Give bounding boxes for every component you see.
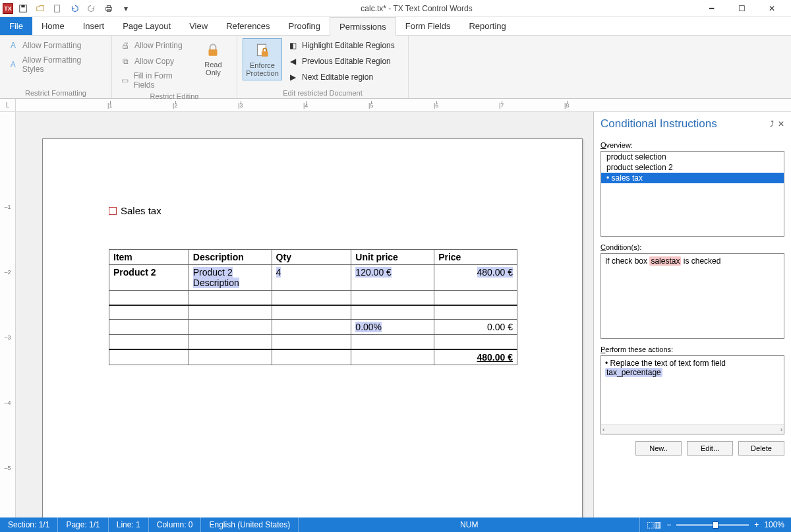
table-row [109,291,517,305]
status-column[interactable]: Column: 0 [149,517,202,532]
open-icon[interactable] [33,1,47,16]
enforce-protection-button[interactable]: Enforce Protection [243,38,282,80]
highlight-editable-button[interactable]: ◧Highlight Editable Regions [285,38,397,53]
allow-printing-label: Allow Printing [134,41,183,50]
checkbox-icon[interactable] [109,207,117,215]
allow-formatting-button[interactable]: AAllow Formatting [5,38,106,53]
list-item[interactable]: product selection 2 [601,162,784,173]
items-table: Item Description Qty Unit price Price Pr… [109,249,517,365]
close-button[interactable]: ✕ [761,1,783,16]
status-page[interactable]: Page: 1/1 [58,517,108,532]
tab-proofing[interactable]: Proofing [279,17,330,35]
conditions-box[interactable]: If check box salestax is checked [601,253,784,339]
tab-form-fields[interactable]: Form Fields [396,17,460,35]
cell-tax-pct: 0.00% [351,320,434,335]
text-a-icon: A [8,40,18,51]
conditions-label: Condition(s): [601,243,784,251]
redo-icon[interactable] [84,1,99,16]
document-lock-icon [253,42,272,60]
panel-close-icon[interactable]: ✕ [778,119,784,129]
tab-reporting[interactable]: Reporting [459,17,515,35]
svg-rect-6 [209,49,218,56]
allow-printing-button[interactable]: 🖨Allow Printing [117,38,192,53]
tab-permissions[interactable]: Permissions [330,17,396,36]
status-line[interactable]: Line: 1 [109,517,149,532]
col-qty: Qty [272,250,351,265]
condition-text: If check box salestax is checked [605,256,720,266]
read-only-button[interactable]: Read Only [195,38,231,79]
title-bar: TX ▾ calc.tx* - TX Text Control Words ━ … [0,0,791,17]
document-viewport[interactable]: Sales tax Item Description Qty Unit pric… [16,112,593,517]
table-row: Product 2 Product 2 Description 4 120.00… [109,265,517,291]
new-button[interactable]: NNew..ew.. [635,441,682,456]
zoom-control[interactable]: ⬚▥ − + 100% [640,520,791,529]
app-icon: TX [3,3,13,14]
table-row-total: 480.00 € [109,349,517,365]
list-item[interactable]: product selection [601,152,784,162]
zoom-slider[interactable] [676,524,749,526]
highlight-editable-label: Highlight Editable Regions [302,41,395,50]
save-icon[interactable] [16,1,30,16]
undo-icon[interactable] [67,1,82,16]
svg-rect-1 [21,5,24,7]
tab-view[interactable]: View [180,17,217,35]
table-header-row: Item Description Qty Unit price Price [109,250,517,265]
prev-region-button[interactable]: ◀Previous Editable Region [285,54,397,69]
overview-listbox[interactable]: product selection product selection 2 • … [601,151,784,237]
cell-total: 480.00 € [434,349,517,365]
table-row-tax: 0.00%0.00 € [109,320,517,335]
maximize-button[interactable]: ☐ [730,1,753,16]
sales-tax-label: Sales tax [121,205,161,216]
col-item: Item [109,250,189,265]
status-section[interactable]: Section: 1/1 [0,517,58,532]
printer-icon: 🖨 [120,40,131,51]
actions-hscrollbar[interactable]: ‹› [601,425,784,434]
pin-icon[interactable]: ⤴ [770,119,774,129]
fill-in-form-fields-button[interactable]: ▭Fill in Form Fields [117,70,192,91]
edit-button[interactable]: Edit... [687,441,733,456]
minimize-button[interactable]: ━ [700,1,722,16]
overview-label: Overview: [601,141,784,149]
zoom-out-icon[interactable]: − [666,520,671,529]
ribbon-body: AAllow Formatting AAllow Formatting Styl… [0,36,791,99]
cell-tax-amount: 0.00 € [434,320,517,335]
print-icon[interactable] [102,1,116,16]
tab-page-layout[interactable]: Page Layout [113,17,180,35]
prev-region-label: Previous Editable Region [302,57,391,66]
actions-label: Perform these actions: [601,345,784,353]
status-num[interactable]: NUM [299,517,640,532]
layout-view-icon[interactable]: ⬚▥ [647,520,661,529]
table-row [109,335,517,349]
col-price: Price [434,250,517,265]
table-row [109,305,517,320]
actions-box[interactable]: • Replace the text of text form field ta… [601,355,784,434]
tab-file[interactable]: File [0,17,32,35]
tab-home[interactable]: Home [32,17,74,35]
tab-references[interactable]: References [217,17,279,35]
form-icon: ▭ [120,75,129,86]
qat-dropdown-icon[interactable]: ▾ [119,1,133,16]
allow-copy-button[interactable]: ⧉Allow Copy [117,54,192,69]
col-description: Description [189,250,272,265]
svg-rect-8 [262,51,268,57]
delete-button[interactable]: Delete [738,441,784,456]
zoom-in-icon[interactable]: + [754,520,759,529]
cell-unit-price: 120.00 € [351,265,434,291]
vertical-ruler[interactable]: –1–2–3–4–5 [0,112,16,517]
status-language[interactable]: English (United States) [201,517,299,532]
window-title: calc.tx* - TX Text Control Words [133,4,700,13]
highlight-icon: ◧ [287,40,298,51]
document-page: Sales tax Item Description Qty Unit pric… [42,138,583,517]
horizontal-ruler[interactable]: L |1|2|3|4|5|6|7|8 [0,99,791,112]
sales-tax-checkbox-row: Sales tax [109,205,516,216]
zoom-value[interactable]: 100% [764,520,784,529]
ruler-corner: L [0,99,16,111]
tab-insert[interactable]: Insert [74,17,114,35]
list-item[interactable]: • sales tax [601,173,784,183]
new-icon[interactable] [50,1,65,16]
conditional-instructions-panel: Conditional Instructions ⤴ ✕ Overview: p… [593,112,791,517]
col-unit-price: Unit price [351,250,434,265]
read-only-label: Read Only [196,61,230,76]
allow-formatting-styles-button[interactable]: AAllow Formatting Styles [5,54,106,75]
next-region-button[interactable]: ▶Next Editable region [285,70,397,84]
